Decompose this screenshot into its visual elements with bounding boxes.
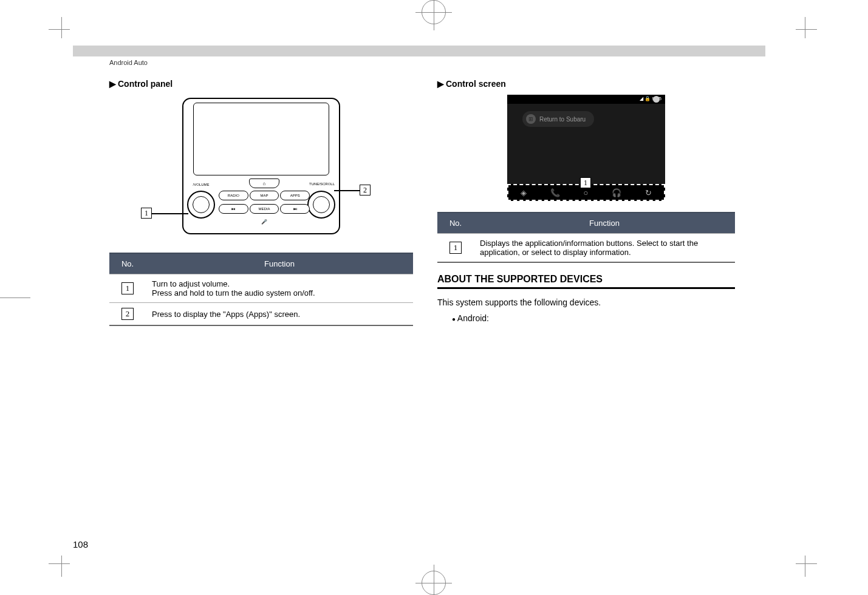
control-panel-table: No. Function 1 Turn to adjust volume. Pr…: [109, 253, 413, 326]
map-button: MAP: [250, 191, 279, 200]
callout-2: 2: [360, 185, 371, 195]
table-row: 1 Turn to adjust volume. Press and hold …: [109, 274, 413, 303]
status-bar: ◢ 🔒 9:35: [507, 95, 665, 104]
table-header-function: Function: [146, 253, 413, 274]
header-bar: [73, 46, 765, 56]
table-header-no: No.: [437, 212, 474, 234]
radio-button: RADIO: [219, 191, 248, 200]
mic-icon: 🎤: [261, 219, 267, 225]
volume-knob: [187, 191, 215, 219]
return-chip: ⊞ Return to Subaru: [522, 111, 594, 127]
triangle-icon: ▶: [437, 79, 444, 89]
maps-icon: ◈: [521, 188, 527, 197]
control-screen-table: No. Function 1 Displays the application/…: [437, 212, 735, 263]
row-number: 1: [449, 242, 462, 254]
devices-intro: This system supports the following devic…: [437, 298, 735, 307]
next-button: ⏭: [280, 204, 310, 214]
callout-1: 1: [141, 208, 152, 219]
mic-icon: [653, 96, 660, 103]
row-number: 1: [121, 282, 134, 294]
table-row: 2 Press to display the "Apps (Apps)" scr…: [109, 303, 413, 326]
table-header-function: Function: [474, 212, 735, 234]
section-title-control-panel: ▶Control panel: [109, 79, 413, 89]
callout-1: 1: [580, 177, 591, 188]
control-panel-diagram: /VOLUME TUNE/SCROLL ⌂ RADIO MAP APPS ⏮ M…: [176, 95, 346, 240]
breadcrumb: Android Auto: [109, 59, 148, 66]
home-button-icon: ⌂: [249, 178, 279, 188]
prev-button: ⏮: [219, 204, 248, 214]
home-icon: ○: [584, 188, 589, 197]
table-row: 1 Displays the application/information b…: [437, 234, 735, 263]
section-title-control-screen: ▶Control screen: [437, 79, 735, 89]
tune-knob: [307, 191, 335, 219]
grid-icon: ⊞: [526, 114, 536, 124]
recent-icon: ↻: [645, 188, 652, 197]
volume-label: /VOLUME: [188, 183, 214, 186]
tune-label: TUNE/SCROLL: [309, 182, 335, 186]
headphones-icon: 🎧: [612, 188, 621, 197]
table-header-no: No.: [109, 253, 146, 274]
row-description: Turn to adjust volume. Press and hold to…: [146, 274, 413, 303]
row-description: Displays the application/information but…: [474, 234, 735, 263]
phone-icon: 📞: [550, 188, 560, 197]
heading-supported-devices: ABOUT THE SUPPORTED DEVICES: [437, 274, 735, 289]
row-description: Press to display the "Apps (Apps)" scree…: [146, 303, 413, 326]
page-number: 108: [73, 539, 88, 549]
row-number: 2: [121, 308, 134, 320]
apps-button: APPS: [280, 191, 310, 200]
control-screen-diagram: ◢ 🔒 9:35 ⊞ Return to Subaru ◈ 📞 ○ 🎧 ↻ 1: [507, 95, 665, 201]
triangle-icon: ▶: [109, 79, 116, 89]
bullet-android: Android:: [452, 313, 735, 323]
media-button: MEDIA: [250, 204, 279, 214]
